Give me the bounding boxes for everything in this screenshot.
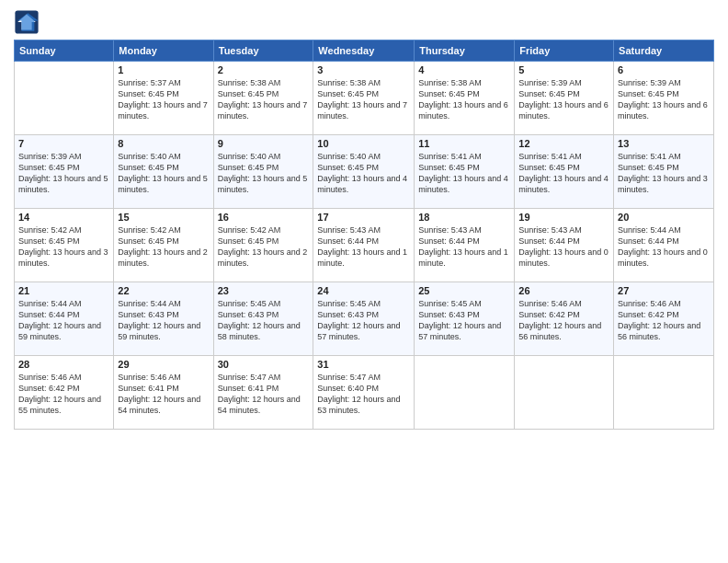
day-info: Sunrise: 5:45 AMSunset: 6:43 PMDaylight:… bbox=[218, 298, 310, 343]
day-number: 31 bbox=[317, 359, 410, 370]
calendar-week-3: 14Sunrise: 5:42 AMSunset: 6:45 PMDayligh… bbox=[15, 209, 714, 282]
calendar-week-4: 21Sunrise: 5:44 AMSunset: 6:44 PMDayligh… bbox=[15, 282, 714, 356]
day-number: 13 bbox=[618, 138, 710, 149]
day-info: Sunrise: 5:46 AMSunset: 6:42 PMDaylight:… bbox=[18, 372, 109, 417]
calendar-cell bbox=[515, 356, 614, 430]
day-number: 1 bbox=[118, 64, 209, 75]
column-header-monday: Monday bbox=[114, 40, 213, 62]
column-header-friday: Friday bbox=[515, 40, 614, 62]
calendar-cell: 25Sunrise: 5:45 AMSunset: 6:43 PMDayligh… bbox=[415, 282, 515, 356]
calendar-cell: 17Sunrise: 5:43 AMSunset: 6:44 PMDayligh… bbox=[313, 209, 415, 282]
day-number: 26 bbox=[518, 285, 609, 296]
calendar-cell: 14Sunrise: 5:42 AMSunset: 6:45 PMDayligh… bbox=[15, 209, 114, 282]
calendar-week-2: 7Sunrise: 5:39 AMSunset: 6:45 PMDaylight… bbox=[15, 135, 714, 209]
column-header-saturday: Saturday bbox=[614, 40, 714, 62]
calendar-cell: 7Sunrise: 5:39 AMSunset: 6:45 PMDaylight… bbox=[15, 135, 114, 209]
day-number: 11 bbox=[418, 138, 510, 149]
calendar-cell: 20Sunrise: 5:44 AMSunset: 6:44 PMDayligh… bbox=[614, 209, 714, 282]
calendar-cell: 28Sunrise: 5:46 AMSunset: 6:42 PMDayligh… bbox=[15, 356, 114, 430]
calendar-cell bbox=[15, 62, 114, 135]
calendar-cell: 2Sunrise: 5:38 AMSunset: 6:45 PMDaylight… bbox=[213, 62, 313, 135]
calendar-cell: 18Sunrise: 5:43 AMSunset: 6:44 PMDayligh… bbox=[415, 209, 515, 282]
day-number: 19 bbox=[518, 212, 609, 223]
day-info: Sunrise: 5:42 AMSunset: 6:45 PMDaylight:… bbox=[118, 224, 209, 270]
logo bbox=[14, 9, 43, 35]
day-info: Sunrise: 5:46 AMSunset: 6:41 PMDaylight:… bbox=[118, 372, 209, 417]
day-number: 2 bbox=[218, 64, 310, 75]
day-info: Sunrise: 5:42 AMSunset: 6:45 PMDaylight:… bbox=[218, 224, 310, 270]
day-number: 14 bbox=[18, 212, 109, 223]
day-number: 8 bbox=[118, 138, 209, 149]
calendar-cell: 10Sunrise: 5:40 AMSunset: 6:45 PMDayligh… bbox=[313, 135, 415, 209]
header bbox=[14, 9, 714, 35]
day-info: Sunrise: 5:46 AMSunset: 6:42 PMDaylight:… bbox=[518, 298, 609, 343]
calendar-cell: 21Sunrise: 5:44 AMSunset: 6:44 PMDayligh… bbox=[15, 282, 114, 356]
calendar-cell: 24Sunrise: 5:45 AMSunset: 6:43 PMDayligh… bbox=[313, 282, 415, 356]
day-number: 6 bbox=[618, 64, 710, 75]
day-info: Sunrise: 5:45 AMSunset: 6:43 PMDaylight:… bbox=[418, 298, 510, 343]
day-number: 30 bbox=[218, 359, 310, 370]
calendar-cell: 16Sunrise: 5:42 AMSunset: 6:45 PMDayligh… bbox=[213, 209, 313, 282]
day-info: Sunrise: 5:44 AMSunset: 6:44 PMDaylight:… bbox=[618, 224, 710, 270]
calendar-cell: 3Sunrise: 5:38 AMSunset: 6:45 PMDaylight… bbox=[313, 62, 415, 135]
day-info: Sunrise: 5:38 AMSunset: 6:45 PMDaylight:… bbox=[218, 77, 310, 122]
day-info: Sunrise: 5:43 AMSunset: 6:44 PMDaylight:… bbox=[418, 224, 510, 270]
column-header-thursday: Thursday bbox=[415, 40, 515, 62]
calendar-cell: 15Sunrise: 5:42 AMSunset: 6:45 PMDayligh… bbox=[114, 209, 213, 282]
day-number: 20 bbox=[618, 212, 710, 223]
day-number: 23 bbox=[218, 285, 310, 296]
day-number: 22 bbox=[118, 285, 209, 296]
column-header-wednesday: Wednesday bbox=[313, 40, 415, 62]
day-number: 10 bbox=[317, 138, 410, 149]
day-info: Sunrise: 5:37 AMSunset: 6:45 PMDaylight:… bbox=[118, 77, 209, 122]
day-info: Sunrise: 5:47 AMSunset: 6:41 PMDaylight:… bbox=[218, 372, 310, 417]
day-number: 24 bbox=[317, 285, 410, 296]
calendar-cell: 26Sunrise: 5:46 AMSunset: 6:42 PMDayligh… bbox=[515, 282, 614, 356]
calendar-cell: 13Sunrise: 5:41 AMSunset: 6:45 PMDayligh… bbox=[614, 135, 714, 209]
day-info: Sunrise: 5:44 AMSunset: 6:44 PMDaylight:… bbox=[18, 298, 109, 343]
day-info: Sunrise: 5:46 AMSunset: 6:42 PMDaylight:… bbox=[618, 298, 710, 343]
day-number: 12 bbox=[518, 138, 609, 149]
day-number: 4 bbox=[418, 64, 510, 75]
day-number: 15 bbox=[118, 212, 209, 223]
calendar-header-row: SundayMondayTuesdayWednesdayThursdayFrid… bbox=[15, 40, 714, 62]
calendar-cell: 6Sunrise: 5:39 AMSunset: 6:45 PMDaylight… bbox=[614, 62, 714, 135]
calendar-table: SundayMondayTuesdayWednesdayThursdayFrid… bbox=[14, 40, 714, 430]
calendar-week-1: 1Sunrise: 5:37 AMSunset: 6:45 PMDaylight… bbox=[15, 62, 714, 135]
day-number: 21 bbox=[18, 285, 109, 296]
day-number: 16 bbox=[218, 212, 310, 223]
day-info: Sunrise: 5:43 AMSunset: 6:44 PMDaylight:… bbox=[317, 224, 410, 270]
logo-icon bbox=[14, 9, 40, 35]
day-number: 17 bbox=[317, 212, 410, 223]
day-info: Sunrise: 5:44 AMSunset: 6:43 PMDaylight:… bbox=[118, 298, 209, 343]
day-info: Sunrise: 5:42 AMSunset: 6:45 PMDaylight:… bbox=[18, 224, 109, 270]
day-info: Sunrise: 5:47 AMSunset: 6:40 PMDaylight:… bbox=[317, 372, 410, 417]
day-info: Sunrise: 5:41 AMSunset: 6:45 PMDaylight:… bbox=[518, 151, 609, 196]
calendar-week-5: 28Sunrise: 5:46 AMSunset: 6:42 PMDayligh… bbox=[15, 356, 714, 430]
day-info: Sunrise: 5:39 AMSunset: 6:45 PMDaylight:… bbox=[618, 77, 710, 122]
calendar-cell: 30Sunrise: 5:47 AMSunset: 6:41 PMDayligh… bbox=[213, 356, 313, 430]
calendar-cell: 27Sunrise: 5:46 AMSunset: 6:42 PMDayligh… bbox=[614, 282, 714, 356]
calendar-cell: 5Sunrise: 5:39 AMSunset: 6:45 PMDaylight… bbox=[515, 62, 614, 135]
calendar-cell bbox=[415, 356, 515, 430]
day-info: Sunrise: 5:45 AMSunset: 6:43 PMDaylight:… bbox=[317, 298, 410, 343]
column-header-tuesday: Tuesday bbox=[213, 40, 313, 62]
calendar-cell: 8Sunrise: 5:40 AMSunset: 6:45 PMDaylight… bbox=[114, 135, 213, 209]
day-info: Sunrise: 5:41 AMSunset: 6:45 PMDaylight:… bbox=[618, 151, 710, 196]
day-info: Sunrise: 5:40 AMSunset: 6:45 PMDaylight:… bbox=[218, 151, 310, 196]
calendar-cell: 29Sunrise: 5:46 AMSunset: 6:41 PMDayligh… bbox=[114, 356, 213, 430]
calendar-cell: 4Sunrise: 5:38 AMSunset: 6:45 PMDaylight… bbox=[415, 62, 515, 135]
day-number: 9 bbox=[218, 138, 310, 149]
day-number: 18 bbox=[418, 212, 510, 223]
day-info: Sunrise: 5:39 AMSunset: 6:45 PMDaylight:… bbox=[518, 77, 609, 122]
day-info: Sunrise: 5:38 AMSunset: 6:45 PMDaylight:… bbox=[317, 77, 410, 122]
day-number: 7 bbox=[18, 138, 109, 149]
column-header-sunday: Sunday bbox=[15, 40, 114, 62]
calendar-cell: 23Sunrise: 5:45 AMSunset: 6:43 PMDayligh… bbox=[213, 282, 313, 356]
day-info: Sunrise: 5:43 AMSunset: 6:44 PMDaylight:… bbox=[518, 224, 609, 270]
calendar-cell bbox=[614, 356, 714, 430]
calendar-cell: 19Sunrise: 5:43 AMSunset: 6:44 PMDayligh… bbox=[515, 209, 614, 282]
main-container: SundayMondayTuesdayWednesdayThursdayFrid… bbox=[0, 0, 728, 439]
calendar-cell: 31Sunrise: 5:47 AMSunset: 6:40 PMDayligh… bbox=[313, 356, 415, 430]
day-info: Sunrise: 5:41 AMSunset: 6:45 PMDaylight:… bbox=[418, 151, 510, 196]
